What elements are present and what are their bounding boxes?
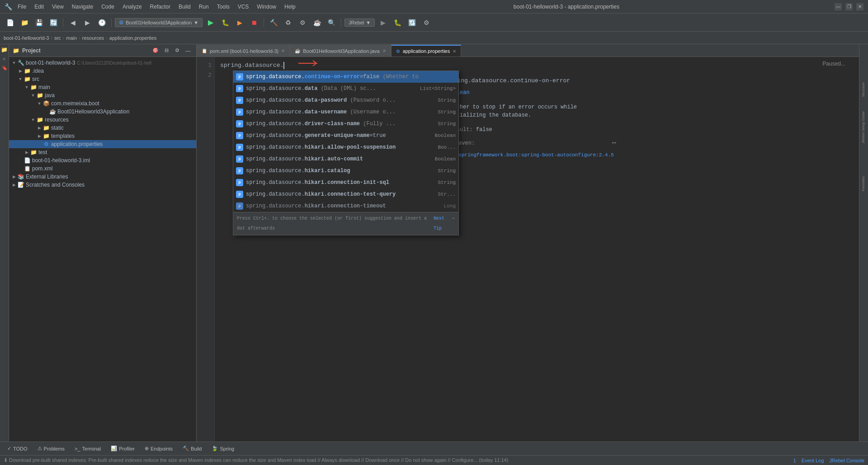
menu-edit[interactable]: Edit xyxy=(32,3,47,11)
menu-navigate[interactable]: Navigate xyxy=(69,3,96,11)
menu-vcs[interactable]: VCS xyxy=(235,3,252,11)
locate-file-button[interactable]: 🎯 xyxy=(151,46,160,55)
bottom-tab-spring[interactable]: 🍃 Spring xyxy=(207,444,239,453)
tree-java[interactable]: ▼ 📁 java xyxy=(9,91,196,99)
save-all-button[interactable]: 💾 xyxy=(33,16,45,29)
menu-help[interactable]: Help xyxy=(282,3,298,11)
tree-pom[interactable]: ▶ 📋 pom.xml xyxy=(9,164,196,173)
maximize-button[interactable]: ❐ xyxy=(845,3,853,10)
jrebel-run-button[interactable]: ▶ xyxy=(377,16,389,29)
props-tab-close[interactable]: ✕ xyxy=(453,49,456,54)
bottom-tab-build[interactable]: 🔨 Build xyxy=(178,444,206,453)
tree-iml[interactable]: ▶ 📄 boot-01-helloworld-3.iml xyxy=(9,156,196,164)
project-tool-icon[interactable]: 📁 xyxy=(1,46,8,53)
bottom-tab-endpoints[interactable]: ⊕ Endpoints xyxy=(140,444,177,453)
ac-item-hikari-conn-test[interactable]: p spring.datasource.hikari.connection-te… xyxy=(233,188,458,200)
menu-tools[interactable]: Tools xyxy=(214,3,232,11)
bottom-tab-todo[interactable]: ✓ TODO xyxy=(3,444,32,453)
search-everywhere-button[interactable]: 🔍 xyxy=(325,16,338,29)
tree-app-properties[interactable]: ▶ ⚙ application.properties xyxy=(9,140,196,148)
jrebel-console-link[interactable]: JRebel Console xyxy=(829,458,864,463)
bottom-tab-problems[interactable]: ⚠ Problems xyxy=(33,444,69,453)
menu-refactor[interactable]: Refactor xyxy=(147,3,173,11)
tab-app-properties[interactable]: ⚙ application.properties ✕ xyxy=(391,45,462,56)
breadcrumb-file[interactable]: application.properties xyxy=(109,35,157,41)
tree-scratches[interactable]: ▶ 📝 Scratches and Consoles xyxy=(9,181,196,189)
tree-package[interactable]: ▼ 📦 com.meimeixia.boot xyxy=(9,99,196,108)
tree-src[interactable]: ▼ 📁 src xyxy=(9,75,196,83)
breadcrumb-root[interactable]: boot-01-helloworld-3 xyxy=(4,35,49,41)
ac-item-hikari-conn-init[interactable]: p spring.datasource.hikari.connection-in… xyxy=(233,177,458,188)
jrebel-setup-label[interactable]: JRebel Setup Guide xyxy=(860,109,868,146)
tree-resources[interactable]: ▼ 📁 resources xyxy=(9,116,196,124)
stop-button[interactable]: ⏹ xyxy=(248,16,260,29)
tree-external-libs[interactable]: ▶ 📚 External Libraries xyxy=(9,173,196,181)
menu-build[interactable]: Build xyxy=(176,3,193,11)
close-button[interactable]: ✕ xyxy=(856,3,863,10)
sync-button[interactable]: 🔄 xyxy=(47,16,60,29)
structure-tool-icon[interactable]: ≡ xyxy=(1,55,8,62)
ac-more-icon[interactable]: ⋯ xyxy=(452,214,455,234)
ac-item-hikari-allow-pool[interactable]: p spring.datasource.hikari.allow-pool-su… xyxy=(233,141,458,153)
ac-item-driver-class[interactable]: p spring.datasource.driver-class-name (F… xyxy=(233,118,458,130)
refresh-button[interactable]: ♻ xyxy=(282,16,294,29)
ac-item-hikari-auto-commit[interactable]: p spring.datasource.hikari.auto-commit B… xyxy=(233,153,458,165)
debug-button[interactable]: 🐛 xyxy=(219,16,231,29)
menu-code[interactable]: Code xyxy=(99,3,117,11)
tree-test[interactable]: ▶ 📁 test xyxy=(9,148,196,156)
ac-item-data-password[interactable]: p spring.datasource.data-password (Passw… xyxy=(233,94,458,106)
tab-pom-xml[interactable]: 📋 pom.xml (boot-01-helloworld-3) ✕ xyxy=(197,45,290,56)
run-button[interactable]: ▶ xyxy=(204,16,217,29)
jrebel-debug-button[interactable]: 🐛 xyxy=(391,16,404,29)
pom-tab-close[interactable]: ✕ xyxy=(281,48,285,53)
build-project-button[interactable]: 🔨 xyxy=(267,16,280,29)
ac-item-generate-unique[interactable]: p spring.datasource.generate-unique-name… xyxy=(233,130,458,141)
ac-item-continue-on-error[interactable]: p spring.datasource.continue-on-error=fa… xyxy=(233,71,458,83)
tab-main-java[interactable]: ☕ Boot01Helloworld3Application.java ✕ xyxy=(290,45,391,56)
new-file-button[interactable]: 📄 xyxy=(4,16,16,29)
jrebel-selector[interactable]: JRebel ▼ xyxy=(344,19,375,27)
tree-root[interactable]: ▼ 🔧 boot-01-helloworld-3 C:\Users\32120\… xyxy=(9,59,196,67)
run-with-coverage-button[interactable]: ▶ xyxy=(233,16,246,29)
recent-files-button[interactable]: 🕐 xyxy=(95,16,108,29)
bookmarks-tool-icon[interactable]: 🔖 xyxy=(1,64,8,71)
menu-window[interactable]: Window xyxy=(254,3,279,11)
breadcrumb-main[interactable]: main xyxy=(66,35,77,41)
event-log-link[interactable]: Event Log xyxy=(802,458,824,463)
tree-main-class[interactable]: ▶ ☕ Boot01Helloworld3Application xyxy=(9,108,196,116)
tree-templates[interactable]: ▶ 📁 templates xyxy=(9,132,196,140)
ac-item-hikari-conn-timeout[interactable]: p spring.datasource.hikari.connection-ti… xyxy=(233,200,458,212)
bottom-tab-profiler[interactable]: 📊 Profiler xyxy=(106,444,139,453)
jrebel-update-button[interactable]: 🔃 xyxy=(406,16,418,29)
doc-more-button[interactable]: ⋯ xyxy=(612,138,616,148)
collapse-all-button[interactable]: ⊟ xyxy=(162,46,171,55)
code-content[interactable]: spring.datasource. p spring.datasourc xyxy=(215,57,859,442)
run-config-selector[interactable]: ⚙ Boot01Helloworld3Application ▼ xyxy=(115,18,203,27)
ac-item-hikari-catalog[interactable]: p spring.datasource.hikari.catalog Strin… xyxy=(233,165,458,177)
menu-file[interactable]: File xyxy=(15,3,29,11)
project-settings-button[interactable]: ⚙ xyxy=(173,46,182,55)
forward-button[interactable]: ▶ xyxy=(81,16,94,29)
tree-main[interactable]: ▼ 📁 main xyxy=(9,83,196,91)
menu-view[interactable]: View xyxy=(49,3,66,11)
tree-static[interactable]: ▶ 📁 static xyxy=(9,124,196,132)
ac-next-tip[interactable]: Next Tip xyxy=(434,214,452,234)
bottom-tab-terminal[interactable]: >_ Terminal xyxy=(70,444,105,453)
menu-analyze[interactable]: Analyze xyxy=(120,3,145,11)
tree-idea[interactable]: ▶ 📁 .idea xyxy=(9,67,196,75)
favorites-label[interactable]: Favorites xyxy=(860,174,868,193)
minimize-button[interactable]: — xyxy=(835,3,842,10)
settings-button[interactable]: ⚙ xyxy=(296,16,309,29)
jrebel-settings-button[interactable]: ⚙ xyxy=(420,16,433,29)
sdk-button[interactable]: ☕ xyxy=(311,16,323,29)
project-hide-button[interactable]: — xyxy=(184,46,193,55)
breadcrumb-src[interactable]: src xyxy=(54,35,61,41)
ac-item-data-username[interactable]: p spring.datasource.data-username (Usern… xyxy=(233,106,458,118)
ac-item-data[interactable]: p spring.datasource.data (Data (DML) sc.… xyxy=(233,83,458,94)
breadcrumb-resources[interactable]: resources xyxy=(82,35,104,41)
menu-run[interactable]: Run xyxy=(196,3,212,11)
java-tab-close[interactable]: ✕ xyxy=(382,48,386,53)
back-button[interactable]: ◀ xyxy=(66,16,79,29)
open-button[interactable]: 📁 xyxy=(18,16,31,29)
structure-side-label[interactable]: Structure xyxy=(860,80,868,99)
